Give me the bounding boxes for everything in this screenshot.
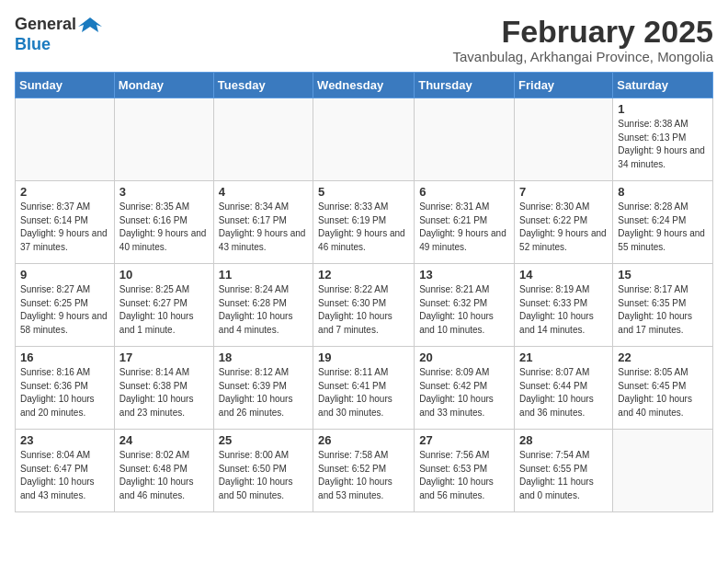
calendar-cell: 9Sunrise: 8:27 AM Sunset: 6:25 PM Daylig… [16, 264, 115, 347]
weekday-header-monday: Monday [114, 73, 213, 98]
calendar-cell [515, 98, 613, 181]
day-info: Sunrise: 8:05 AM Sunset: 6:45 PM Dayligh… [618, 366, 708, 419]
calendar-cell: 15Sunrise: 8:17 AM Sunset: 6:35 PM Dayli… [613, 264, 713, 347]
logo-bird-icon [78, 16, 102, 34]
day-number: 14 [519, 268, 608, 282]
calendar-cell: 1Sunrise: 8:38 AM Sunset: 6:13 PM Daylig… [613, 98, 713, 181]
day-number: 19 [318, 350, 409, 364]
day-info: Sunrise: 8:27 AM Sunset: 6:25 PM Dayligh… [20, 283, 109, 337]
calendar-cell: 16Sunrise: 8:16 AM Sunset: 6:36 PM Dayli… [16, 347, 115, 430]
location-subtitle: Tavanbulag, Arkhangai Province, Mongolia [452, 49, 713, 64]
calendar-cell [613, 430, 713, 512]
day-info: Sunrise: 8:33 AM Sunset: 6:19 PM Dayligh… [318, 201, 409, 254]
calendar-cell: 27Sunrise: 7:56 AM Sunset: 6:53 PM Dayli… [415, 430, 515, 512]
calendar-week-row: 2Sunrise: 8:37 AM Sunset: 6:14 PM Daylig… [16, 181, 713, 264]
calendar-cell: 24Sunrise: 8:02 AM Sunset: 6:48 PM Dayli… [114, 430, 213, 512]
calendar-cell: 7Sunrise: 8:30 AM Sunset: 6:22 PM Daylig… [515, 181, 613, 264]
calendar-header: SundayMondayTuesdayWednesdayThursdayFrid… [16, 73, 713, 98]
calendar-cell: 21Sunrise: 8:07 AM Sunset: 6:44 PM Dayli… [515, 347, 613, 430]
month-year-title: February 2025 [452, 15, 713, 49]
day-number: 21 [519, 350, 608, 364]
day-number: 7 [519, 185, 608, 199]
calendar-cell: 26Sunrise: 7:58 AM Sunset: 6:52 PM Dayli… [313, 430, 415, 512]
day-number: 6 [419, 185, 509, 199]
day-number: 27 [419, 433, 509, 447]
weekday-header-row: SundayMondayTuesdayWednesdayThursdayFrid… [16, 73, 713, 98]
day-info: Sunrise: 8:19 AM Sunset: 6:33 PM Dayligh… [519, 283, 608, 337]
weekday-header-wednesday: Wednesday [313, 73, 415, 98]
calendar-cell: 6Sunrise: 8:31 AM Sunset: 6:21 PM Daylig… [415, 181, 515, 264]
day-number: 26 [318, 433, 409, 447]
day-info: Sunrise: 8:38 AM Sunset: 6:13 PM Dayligh… [618, 118, 708, 171]
calendar-cell: 18Sunrise: 8:12 AM Sunset: 6:39 PM Dayli… [213, 347, 313, 430]
calendar-cell: 11Sunrise: 8:24 AM Sunset: 6:28 PM Dayli… [213, 264, 313, 347]
day-info: Sunrise: 8:04 AM Sunset: 6:47 PM Dayligh… [20, 449, 109, 502]
logo-blue-text: Blue [15, 35, 51, 55]
day-number: 3 [119, 185, 209, 199]
day-info: Sunrise: 8:24 AM Sunset: 6:28 PM Dayligh… [219, 283, 308, 337]
day-number: 12 [318, 268, 409, 282]
day-info: Sunrise: 8:30 AM Sunset: 6:22 PM Dayligh… [519, 201, 608, 254]
day-info: Sunrise: 8:11 AM Sunset: 6:41 PM Dayligh… [318, 366, 409, 419]
day-info: Sunrise: 8:12 AM Sunset: 6:39 PM Dayligh… [219, 366, 308, 419]
day-number: 23 [20, 433, 109, 447]
day-info: Sunrise: 8:21 AM Sunset: 6:32 PM Dayligh… [419, 283, 509, 337]
day-number: 5 [318, 185, 409, 199]
logo-general-text: General [15, 15, 76, 35]
day-number: 2 [20, 185, 109, 199]
calendar-cell [16, 98, 115, 181]
day-info: Sunrise: 8:07 AM Sunset: 6:44 PM Dayligh… [519, 366, 608, 419]
day-info: Sunrise: 8:14 AM Sunset: 6:38 PM Dayligh… [119, 366, 209, 419]
calendar-cell [114, 98, 213, 181]
page-header: General Blue February 2025 Tavanbulag, A… [15, 15, 713, 64]
day-number: 4 [219, 185, 308, 199]
day-info: Sunrise: 8:37 AM Sunset: 6:14 PM Dayligh… [20, 201, 109, 254]
day-info: Sunrise: 7:58 AM Sunset: 6:52 PM Dayligh… [318, 449, 409, 502]
day-info: Sunrise: 8:28 AM Sunset: 6:24 PM Dayligh… [618, 201, 708, 254]
day-number: 16 [20, 350, 109, 364]
day-info: Sunrise: 8:00 AM Sunset: 6:50 PM Dayligh… [219, 449, 308, 502]
weekday-header-thursday: Thursday [415, 73, 515, 98]
calendar-cell: 22Sunrise: 8:05 AM Sunset: 6:45 PM Dayli… [613, 347, 713, 430]
day-info: Sunrise: 8:16 AM Sunset: 6:36 PM Dayligh… [20, 366, 109, 419]
calendar-body: 1Sunrise: 8:38 AM Sunset: 6:13 PM Daylig… [16, 98, 713, 512]
day-info: Sunrise: 8:35 AM Sunset: 6:16 PM Dayligh… [119, 201, 209, 254]
day-number: 25 [219, 433, 308, 447]
calendar-week-row: 9Sunrise: 8:27 AM Sunset: 6:25 PM Daylig… [16, 264, 713, 347]
day-number: 17 [119, 350, 209, 364]
weekday-header-saturday: Saturday [613, 73, 713, 98]
calendar-cell: 2Sunrise: 8:37 AM Sunset: 6:14 PM Daylig… [16, 181, 115, 264]
title-area: February 2025 Tavanbulag, Arkhangai Prov… [452, 15, 713, 64]
weekday-header-sunday: Sunday [16, 73, 115, 98]
day-info: Sunrise: 8:02 AM Sunset: 6:48 PM Dayligh… [119, 449, 209, 502]
day-number: 20 [419, 350, 509, 364]
day-number: 11 [219, 268, 308, 282]
day-number: 18 [219, 350, 308, 364]
day-number: 13 [419, 268, 509, 282]
day-info: Sunrise: 8:22 AM Sunset: 6:30 PM Dayligh… [318, 283, 409, 337]
calendar-cell: 23Sunrise: 8:04 AM Sunset: 6:47 PM Dayli… [16, 430, 115, 512]
calendar-cell [415, 98, 515, 181]
calendar-table: SundayMondayTuesdayWednesdayThursdayFrid… [15, 72, 713, 512]
calendar-cell: 3Sunrise: 8:35 AM Sunset: 6:16 PM Daylig… [114, 181, 213, 264]
day-info: Sunrise: 7:54 AM Sunset: 6:55 PM Dayligh… [519, 449, 608, 502]
day-number: 8 [618, 185, 708, 199]
weekday-header-tuesday: Tuesday [213, 73, 313, 98]
weekday-header-friday: Friday [515, 73, 613, 98]
calendar-cell: 8Sunrise: 8:28 AM Sunset: 6:24 PM Daylig… [613, 181, 713, 264]
day-number: 9 [20, 268, 109, 282]
day-number: 15 [618, 268, 708, 282]
calendar-cell [213, 98, 313, 181]
calendar-week-row: 16Sunrise: 8:16 AM Sunset: 6:36 PM Dayli… [16, 347, 713, 430]
day-info: Sunrise: 8:31 AM Sunset: 6:21 PM Dayligh… [419, 201, 509, 254]
logo: General Blue [15, 15, 102, 54]
day-info: Sunrise: 8:25 AM Sunset: 6:27 PM Dayligh… [119, 283, 209, 337]
calendar-cell: 13Sunrise: 8:21 AM Sunset: 6:32 PM Dayli… [415, 264, 515, 347]
calendar-cell: 5Sunrise: 8:33 AM Sunset: 6:19 PM Daylig… [313, 181, 415, 264]
calendar-week-row: 1Sunrise: 8:38 AM Sunset: 6:13 PM Daylig… [16, 98, 713, 181]
svg-marker-0 [78, 17, 102, 32]
day-info: Sunrise: 8:34 AM Sunset: 6:17 PM Dayligh… [219, 201, 308, 254]
calendar-cell: 19Sunrise: 8:11 AM Sunset: 6:41 PM Dayli… [313, 347, 415, 430]
calendar-cell: 4Sunrise: 8:34 AM Sunset: 6:17 PM Daylig… [213, 181, 313, 264]
calendar-cell: 14Sunrise: 8:19 AM Sunset: 6:33 PM Dayli… [515, 264, 613, 347]
